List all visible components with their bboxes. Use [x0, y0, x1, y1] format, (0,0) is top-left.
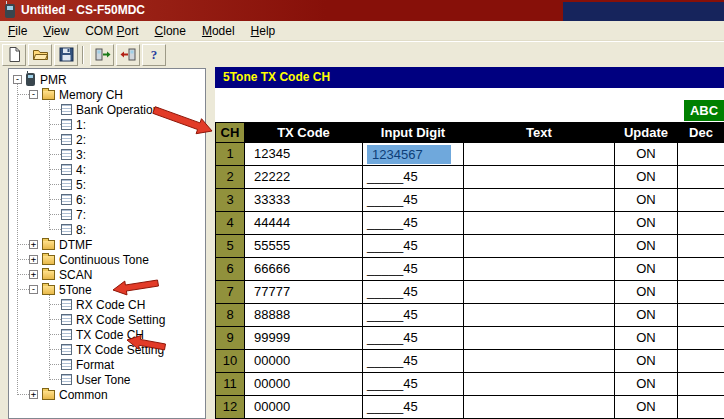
- ch-cell[interactable]: 9: [216, 327, 245, 350]
- tx-code-cell[interactable]: 77777: [245, 281, 363, 304]
- expand-toggle-icon[interactable]: [29, 390, 38, 399]
- tree-item-pmr[interactable]: PMR: [9, 72, 205, 87]
- text-cell[interactable]: [464, 212, 615, 235]
- tree-item-ch-4[interactable]: 4:: [9, 162, 205, 177]
- text-cell[interactable]: [464, 143, 615, 166]
- dec-cell[interactable]: [678, 350, 724, 373]
- tx-code-cell[interactable]: 66666: [245, 258, 363, 281]
- open-file-button[interactable]: [28, 44, 52, 66]
- update-cell[interactable]: ON: [615, 166, 678, 189]
- expand-toggle-icon[interactable]: [29, 270, 38, 279]
- panel-splitter[interactable]: [206, 67, 215, 419]
- ch-cell[interactable]: 10: [216, 350, 245, 373]
- tree-item-rx-code-setting[interactable]: RX Code Setting: [9, 312, 205, 327]
- ch-cell[interactable]: 2: [216, 166, 245, 189]
- update-cell[interactable]: ON: [615, 212, 678, 235]
- text-cell[interactable]: [464, 327, 615, 350]
- tree-item-format[interactable]: Format: [9, 357, 205, 372]
- tree-item-rx-code-ch[interactable]: RX Code CH: [9, 297, 205, 312]
- ch-cell[interactable]: 4: [216, 212, 245, 235]
- input-digit-cell[interactable]: _____45: [363, 235, 464, 258]
- tree-item-tx-code-setting[interactable]: TX Code Setting: [9, 342, 205, 357]
- text-cell[interactable]: [464, 166, 615, 189]
- text-cell[interactable]: [464, 350, 615, 373]
- collapse-toggle-icon[interactable]: [29, 90, 38, 99]
- dec-cell[interactable]: [678, 373, 724, 396]
- selected-input-digit[interactable]: 1234567: [367, 145, 451, 164]
- update-cell[interactable]: ON: [615, 327, 678, 350]
- clone-read-button[interactable]: [90, 44, 114, 66]
- ch-cell[interactable]: 5: [216, 235, 245, 258]
- collapse-toggle-icon[interactable]: [13, 75, 22, 84]
- tx-code-cell[interactable]: 00000: [245, 396, 363, 419]
- dec-cell[interactable]: [678, 258, 724, 281]
- tx-code-cell[interactable]: 22222: [245, 166, 363, 189]
- menu-help[interactable]: Help: [243, 21, 284, 41]
- dec-cell[interactable]: [678, 396, 724, 419]
- input-digit-cell[interactable]: _____45: [363, 212, 464, 235]
- menu-file[interactable]: File: [0, 21, 35, 41]
- help-button[interactable]: ?: [142, 44, 166, 66]
- input-digit-cell[interactable]: 1234567: [363, 143, 464, 166]
- text-cell[interactable]: [464, 258, 615, 281]
- menu-view[interactable]: View: [35, 21, 77, 41]
- update-cell[interactable]: ON: [615, 143, 678, 166]
- ch-cell[interactable]: 1: [216, 143, 245, 166]
- tree-item-ch-7[interactable]: 7:: [9, 207, 205, 222]
- tree-item-tx-code-ch[interactable]: TX Code CH: [9, 327, 205, 342]
- tree-item-bank-operation[interactable]: Bank Operation: [9, 102, 205, 117]
- dec-cell[interactable]: [678, 143, 724, 166]
- text-cell[interactable]: [464, 396, 615, 419]
- text-cell[interactable]: [464, 281, 615, 304]
- update-cell[interactable]: ON: [615, 189, 678, 212]
- dec-cell[interactable]: [678, 304, 724, 327]
- tx-code-cell[interactable]: 44444: [245, 212, 363, 235]
- ch-cell[interactable]: 8: [216, 304, 245, 327]
- tx-code-cell[interactable]: 99999: [245, 327, 363, 350]
- update-cell[interactable]: ON: [615, 258, 678, 281]
- input-digit-cell[interactable]: _____45: [363, 396, 464, 419]
- input-digit-cell[interactable]: _____45: [363, 281, 464, 304]
- tree-item-user-tone[interactable]: User Tone: [9, 372, 205, 387]
- text-cell[interactable]: [464, 235, 615, 258]
- tx-code-cell[interactable]: 33333: [245, 189, 363, 212]
- tx-code-cell[interactable]: 00000: [245, 350, 363, 373]
- text-cell[interactable]: [464, 189, 615, 212]
- save-button[interactable]: [54, 44, 78, 66]
- clone-write-button[interactable]: [116, 44, 140, 66]
- input-digit-cell[interactable]: _____45: [363, 258, 464, 281]
- input-digit-cell[interactable]: _____45: [363, 327, 464, 350]
- new-file-button[interactable]: [2, 44, 26, 66]
- dec-cell[interactable]: [678, 235, 724, 258]
- tree-item-5tone[interactable]: 5Tone: [9, 282, 205, 297]
- menu-com-port[interactable]: COM Port: [77, 21, 146, 41]
- ch-cell[interactable]: 7: [216, 281, 245, 304]
- text-cell[interactable]: [464, 373, 615, 396]
- dec-cell[interactable]: [678, 212, 724, 235]
- update-cell[interactable]: ON: [615, 235, 678, 258]
- tx-code-cell[interactable]: 12345: [245, 143, 363, 166]
- input-digit-cell[interactable]: _____45: [363, 189, 464, 212]
- input-digit-cell[interactable]: _____45: [363, 166, 464, 189]
- tx-code-cell[interactable]: 00000: [245, 373, 363, 396]
- tree-item-scan[interactable]: SCAN: [9, 267, 205, 282]
- tree-item-ch-2[interactable]: 2:: [9, 132, 205, 147]
- expand-toggle-icon[interactable]: [29, 240, 38, 249]
- collapse-toggle-icon[interactable]: [29, 285, 38, 294]
- ch-cell[interactable]: 12: [216, 396, 245, 419]
- tree-item-ch-8[interactable]: 8:: [9, 222, 205, 237]
- tree-item-memory-ch[interactable]: Memory CH: [9, 87, 205, 102]
- ch-cell[interactable]: 6: [216, 258, 245, 281]
- expand-toggle-icon[interactable]: [29, 255, 38, 264]
- tree-item-ch-3[interactable]: 3:: [9, 147, 205, 162]
- input-digit-cell[interactable]: _____45: [363, 373, 464, 396]
- update-cell[interactable]: ON: [615, 281, 678, 304]
- tx-code-cell[interactable]: 55555: [245, 235, 363, 258]
- tree-item-ch-6[interactable]: 6:: [9, 192, 205, 207]
- dec-cell[interactable]: [678, 281, 724, 304]
- dec-cell[interactable]: [678, 327, 724, 350]
- update-cell[interactable]: ON: [615, 396, 678, 419]
- update-cell[interactable]: ON: [615, 350, 678, 373]
- menu-clone[interactable]: Clone: [147, 21, 194, 41]
- tree-item-dtmf[interactable]: DTMF: [9, 237, 205, 252]
